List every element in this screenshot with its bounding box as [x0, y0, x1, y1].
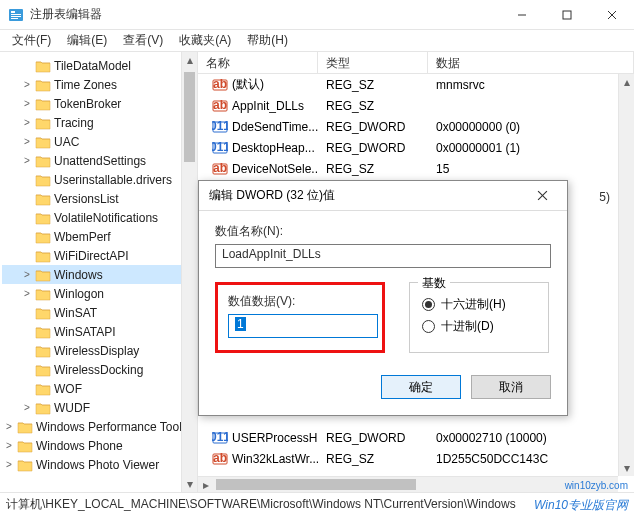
- tree-node[interactable]: >Winlogon: [2, 284, 197, 303]
- tree-node[interactable]: >TokenBroker: [2, 94, 197, 113]
- tree-node[interactable]: WbemPerf: [2, 227, 197, 246]
- scroll-down-icon[interactable]: ▾: [619, 460, 634, 476]
- value-type: REG_DWORD: [318, 431, 428, 445]
- binary-value-icon: 011: [212, 119, 228, 135]
- list-row[interactable]: 011DdeSendTime...REG_DWORD0x00000000 (0): [198, 116, 634, 137]
- watermark: win10zyb.com Win10专业版官网: [534, 481, 628, 513]
- radix-group: 基数 十六进制(H) 十进制(D): [409, 282, 549, 353]
- value-data: 0x00002710 (10000): [428, 431, 634, 445]
- tree-node[interactable]: >Windows Performance Toolk: [2, 417, 197, 436]
- tree-node[interactable]: TileDataModel: [2, 56, 197, 75]
- expander-icon[interactable]: >: [2, 421, 16, 432]
- scroll-right-icon[interactable]: ▸: [198, 477, 214, 492]
- tree-node-label: WiFiDirectAPI: [54, 249, 129, 263]
- status-path: 计算机\HKEY_LOCAL_MACHINE\SOFTWARE\Microsof…: [6, 496, 516, 513]
- folder-icon: [17, 439, 33, 453]
- list-row[interactable]: abDeviceNotSele...REG_SZ15: [198, 158, 634, 179]
- tree-node[interactable]: WirelessDocking: [2, 360, 197, 379]
- tree-node-label: WinSAT: [54, 306, 97, 320]
- folder-icon: [35, 268, 51, 282]
- string-value-icon: ab: [212, 98, 228, 114]
- title-bar: 注册表编辑器: [0, 0, 634, 30]
- col-type[interactable]: 类型: [318, 52, 428, 73]
- menu-help[interactable]: 帮助(H): [239, 30, 296, 51]
- radix-hex-radio[interactable]: 十六进制(H): [422, 296, 536, 313]
- regedit-icon: [8, 7, 24, 23]
- tree-node-label: Windows Phone: [36, 439, 123, 453]
- dialog-close-button[interactable]: [527, 181, 557, 211]
- value-input[interactable]: 1: [228, 314, 378, 338]
- close-button[interactable]: [589, 0, 634, 30]
- expander-icon[interactable]: >: [20, 117, 34, 128]
- menu-file[interactable]: 文件(F): [4, 30, 59, 51]
- scroll-down-icon[interactable]: ▾: [182, 476, 197, 492]
- menu-edit[interactable]: 编辑(E): [59, 30, 115, 51]
- tree-node[interactable]: >UAC: [2, 132, 197, 151]
- value-name: USERProcessH...: [232, 431, 318, 445]
- dialog-titlebar: 编辑 DWORD (32 位)值: [199, 181, 567, 211]
- tree-node[interactable]: >WUDF: [2, 398, 197, 417]
- tree-node[interactable]: WinSATAPI: [2, 322, 197, 341]
- expander-icon[interactable]: >: [2, 459, 16, 470]
- tree-node[interactable]: >Time Zones: [2, 75, 197, 94]
- menu-view[interactable]: 查看(V): [115, 30, 171, 51]
- value-type: REG_SZ: [318, 452, 428, 466]
- ok-button[interactable]: 确定: [381, 375, 461, 399]
- folder-icon: [35, 306, 51, 320]
- menu-favorites[interactable]: 收藏夹(A): [171, 30, 239, 51]
- folder-icon: [35, 173, 51, 187]
- list-row[interactable]: 011USERProcessH...REG_DWORD0x00002710 (1…: [198, 427, 634, 448]
- tree-node[interactable]: VolatileNotifications: [2, 208, 197, 227]
- tree-node[interactable]: >Tracing: [2, 113, 197, 132]
- tree-node[interactable]: >Windows: [2, 265, 197, 284]
- folder-icon: [35, 78, 51, 92]
- tree-node[interactable]: >Windows Photo Viewer: [2, 455, 197, 474]
- scroll-thumb[interactable]: [184, 72, 195, 162]
- tree-panel: TileDataModel>Time Zones>TokenBroker>Tra…: [0, 52, 198, 492]
- expander-icon[interactable]: >: [20, 402, 34, 413]
- col-data[interactable]: 数据: [428, 52, 634, 73]
- expander-icon[interactable]: >: [20, 269, 34, 280]
- scroll-up-icon[interactable]: ▴: [182, 52, 197, 68]
- expander-icon[interactable]: >: [20, 79, 34, 90]
- tree-node[interactable]: WOF: [2, 379, 197, 398]
- folder-icon: [35, 230, 51, 244]
- string-value-icon: ab: [212, 451, 228, 467]
- folder-icon: [35, 59, 51, 73]
- tree-scrollbar[interactable]: ▴ ▾: [181, 52, 197, 492]
- list-row[interactable]: ab(默认)REG_SZmnmsrvc: [198, 74, 634, 95]
- value-name: Win32kLastWr...: [232, 452, 318, 466]
- tree-node[interactable]: WirelessDisplay: [2, 341, 197, 360]
- folder-icon: [35, 344, 51, 358]
- scroll-up-icon[interactable]: ▴: [619, 74, 634, 90]
- cancel-button[interactable]: 取消: [471, 375, 551, 399]
- value-type: REG_DWORD: [318, 141, 428, 155]
- expander-icon[interactable]: >: [20, 136, 34, 147]
- expander-icon[interactable]: >: [20, 288, 34, 299]
- tree-node-label: WirelessDocking: [54, 363, 143, 377]
- tree-node-label: TileDataModel: [54, 59, 131, 73]
- list-scrollbar-v[interactable]: ▴ ▾: [618, 74, 634, 476]
- maximize-button[interactable]: [544, 0, 589, 30]
- tree-node[interactable]: >Windows Phone: [2, 436, 197, 455]
- tree-node[interactable]: >UnattendSettings: [2, 151, 197, 170]
- expander-icon[interactable]: >: [2, 440, 16, 451]
- tree-node[interactable]: VersionsList: [2, 189, 197, 208]
- expander-icon[interactable]: >: [20, 155, 34, 166]
- list-row[interactable]: abAppInit_DLLsREG_SZ: [198, 95, 634, 116]
- list-row[interactable]: abWin32kLastWr...REG_SZ1D255C50DCC143C: [198, 448, 634, 469]
- name-input[interactable]: LoadAppInit_DLLs: [215, 244, 551, 268]
- list-row[interactable]: 011DesktopHeap...REG_DWORD0x00000001 (1): [198, 137, 634, 158]
- expander-icon[interactable]: >: [20, 98, 34, 109]
- folder-icon: [35, 116, 51, 130]
- minimize-button[interactable]: [499, 0, 544, 30]
- folder-icon: [35, 363, 51, 377]
- tree-node[interactable]: WiFiDirectAPI: [2, 246, 197, 265]
- col-name[interactable]: 名称: [198, 52, 318, 73]
- tree-node[interactable]: Userinstallable.drivers: [2, 170, 197, 189]
- scroll-thumb-h[interactable]: [216, 479, 416, 490]
- tree-node[interactable]: WinSAT: [2, 303, 197, 322]
- value-name: DdeSendTime...: [232, 120, 318, 134]
- radix-dec-label: 十进制(D): [441, 318, 494, 335]
- radix-dec-radio[interactable]: 十进制(D): [422, 318, 536, 335]
